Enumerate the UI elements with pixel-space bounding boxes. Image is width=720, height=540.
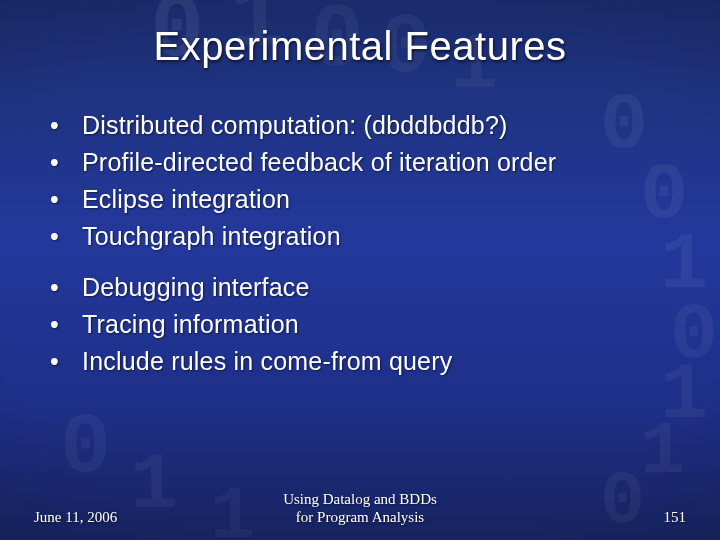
list-item: Profile-directed feedback of iteration o… — [40, 145, 690, 180]
list-gap — [40, 256, 690, 270]
footer-page-number: 151 — [486, 509, 686, 526]
footer-date: June 11, 2006 — [34, 509, 234, 526]
bullet-list: Distributed computation: (dbddbddb?) Pro… — [40, 108, 690, 381]
list-item: Include rules in come-from query — [40, 344, 690, 379]
footer-title: Using Datalog and BDDs for Program Analy… — [234, 490, 486, 526]
list-item: Eclipse integration — [40, 182, 690, 217]
list-item: Tracing information — [40, 307, 690, 342]
slide-title: Experimental Features — [0, 24, 720, 69]
slide: 010010010110011 Experimental Features Di… — [0, 0, 720, 540]
list-item: Debugging interface — [40, 270, 690, 305]
list-item: Touchgraph integration — [40, 219, 690, 254]
slide-footer: June 11, 2006 Using Datalog and BDDs for… — [0, 490, 720, 526]
footer-title-line2: for Program Analysis — [296, 509, 424, 525]
footer-title-line1: Using Datalog and BDDs — [283, 491, 437, 507]
list-item: Distributed computation: (dbddbddb?) — [40, 108, 690, 143]
